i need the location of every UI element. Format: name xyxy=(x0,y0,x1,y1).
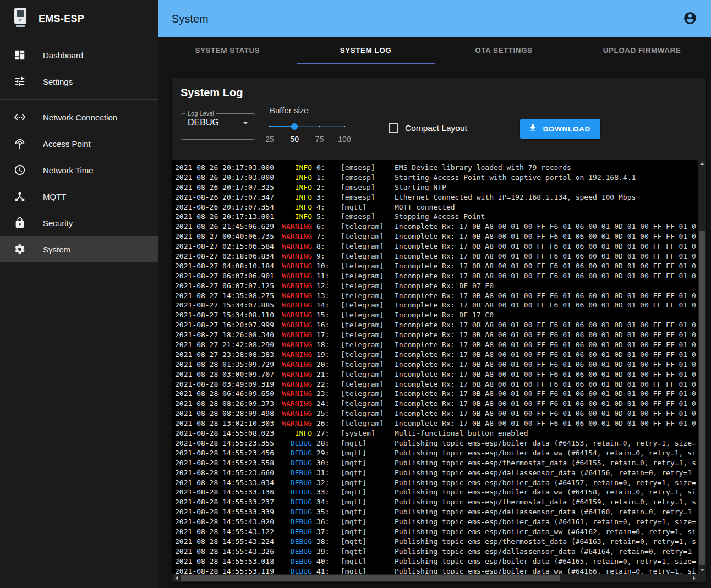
sidebar-item-label: Network Time xyxy=(43,166,94,175)
horizontal-scrollbar-thumb[interactable] xyxy=(181,575,560,581)
chevron-down-icon xyxy=(243,122,248,124)
download-label: DOWNLOAD xyxy=(543,125,590,133)
sidebar-nav: DashboardSettingsNetwork ConnectionAcces… xyxy=(0,37,158,262)
tab-system-status[interactable]: SYSTEM STATUS xyxy=(158,37,297,64)
log-entry: 2021-08-26 20:17:07.347INFO3:[emsesp]Eth… xyxy=(175,193,698,202)
log-entry: 2021-08-28 03:49:09.319WARNING22:[telegr… xyxy=(175,380,698,389)
slider-mark xyxy=(344,126,345,127)
buffer-size-control: Buffer size 255075100 xyxy=(270,106,353,145)
scroll-right-arrow-icon[interactable] xyxy=(690,574,698,582)
log-entry: 2021-08-28 06:46:09.650WARNING23:[telegr… xyxy=(175,389,698,399)
log-entry: 2021-08-28 14:55:43.020DEBUG36:[mqtt]Pub… xyxy=(175,517,698,527)
log-entry: 2021-08-27 02:18:06.834WARNING9:[telegra… xyxy=(175,251,698,261)
sidebar-item-system[interactable]: System xyxy=(0,236,158,262)
scrollbar-corner xyxy=(698,574,706,582)
log-entry: 2021-08-27 06:07:07.125WARNING12:[telegr… xyxy=(175,281,698,291)
slider-mark xyxy=(269,126,270,127)
slider-tick-label: 100 xyxy=(338,135,351,144)
log-entry: 2021-08-28 14:55:53.018DEBUG40:[mqtt]Pub… xyxy=(175,557,698,567)
vertical-scrollbar[interactable] xyxy=(698,160,706,574)
log-entry: 2021-08-28 14:55:43.122DEBUG37:[mqtt]Pub… xyxy=(175,527,698,537)
app-title: EMS-ESP xyxy=(39,13,84,25)
sidebar-divider xyxy=(0,99,158,100)
tab-ota-settings[interactable]: OTA SETTINGS xyxy=(435,37,573,64)
log-entry: 2021-08-28 01:35:09.729WARNING20:[telegr… xyxy=(175,360,698,370)
sidebar-item-label: Dashboard xyxy=(43,51,83,60)
vertical-scrollbar-thumb[interactable] xyxy=(699,231,705,565)
tune-icon xyxy=(13,75,26,88)
sidebar-item-network-connection[interactable]: Network Connection xyxy=(0,104,158,130)
slider-tick-label: 50 xyxy=(291,135,299,144)
sidebar-item-label: MQTT xyxy=(43,192,67,201)
gear-icon xyxy=(13,243,26,256)
panel-title: System Log xyxy=(181,86,706,99)
checkbox-icon xyxy=(389,123,398,133)
tab-upload-firmware[interactable]: UPLOAD FIRMWARE xyxy=(573,37,711,64)
device-hub-icon xyxy=(13,190,26,203)
sidebar-item-security[interactable]: Security xyxy=(0,210,158,236)
scroll-up-arrow-icon[interactable] xyxy=(698,160,706,167)
sidebar-item-dashboard[interactable]: Dashboard xyxy=(0,42,158,68)
log-entry: 2021-08-27 14:35:08.275WARNING13:[telegr… xyxy=(175,291,698,301)
log-entry: 2021-08-26 20:17:13.001INFO5:[emsesp]Sto… xyxy=(175,212,698,222)
log-entry: 2021-08-27 18:26:08.340WARNING17:[telegr… xyxy=(175,330,698,340)
compact-layout-checkbox[interactable]: Compact Layout xyxy=(389,123,467,133)
download-icon xyxy=(528,123,538,135)
slider-tick-labels: 255075100 xyxy=(270,135,344,145)
slider-mark xyxy=(319,126,320,127)
account-button[interactable] xyxy=(682,11,698,26)
log-entry: 2021-08-28 14:55:33.034DEBUG32:[mqtt]Pub… xyxy=(175,478,698,488)
lock-icon xyxy=(13,216,26,229)
compact-layout-label: Compact Layout xyxy=(405,123,467,133)
log-entry: 2021-08-28 14:55:33.237DEBUG34:[mqtt]Pub… xyxy=(175,497,698,507)
log-entry: 2021-08-28 14:55:43.224DEBUG38:[mqtt]Pub… xyxy=(175,537,698,547)
log-entry: 2021-08-28 08:28:09.498WARNING25:[telegr… xyxy=(175,409,698,419)
log-entry: 2021-08-28 14:55:08.023INFO27:[system]Mu… xyxy=(175,428,698,438)
log-entry: 2021-08-28 14:55:33.339DEBUG35:[mqtt]Pub… xyxy=(175,507,698,517)
log-entry: 2021-08-26 20:17:03.000INFO0:[emsesp]EMS… xyxy=(175,163,698,173)
log-entry: 2021-08-27 21:42:08.290WARNING18:[telegr… xyxy=(175,340,698,350)
log-console: 2021-08-26 20:17:03.000INFO0:[emsesp]EMS… xyxy=(172,160,698,574)
scroll-left-arrow-icon[interactable] xyxy=(172,574,181,582)
tab-system-log[interactable]: SYSTEM LOG xyxy=(297,37,435,64)
sidebar-header: EMS-ESP xyxy=(0,0,158,37)
sidebar-item-label: Security xyxy=(43,218,73,228)
horizontal-scrollbar[interactable] xyxy=(172,574,698,582)
log-level-label: Log Level xyxy=(185,110,216,117)
sidebar-item-access-point[interactable]: Access Point xyxy=(0,130,158,157)
log-console-area: 2021-08-26 20:17:03.000INFO0:[emsesp]EMS… xyxy=(172,160,706,582)
log-entry: 2021-08-26 20:17:07.354INFO4:[mqtt]MQTT … xyxy=(175,202,698,212)
log-entry: 2021-08-27 04:08:10.184WARNING10:[telegr… xyxy=(175,261,698,271)
log-level-value: DEBUG xyxy=(188,118,219,128)
buffer-size-label: Buffer size xyxy=(270,106,353,115)
log-level-select[interactable]: Log Level DEBUG xyxy=(181,110,255,140)
appbar: System xyxy=(158,0,711,37)
log-entry: 2021-08-28 14:55:23.558DEBUG30:[mqtt]Pub… xyxy=(175,458,698,468)
sidebar-item-label: System xyxy=(43,245,70,254)
log-entry: 2021-08-28 13:02:10.303WARNING26:[telegr… xyxy=(175,419,698,428)
sidebar-item-network-time[interactable]: Network Time xyxy=(0,157,158,183)
page-title: System xyxy=(172,13,209,25)
sidebar-item-label: Settings xyxy=(43,77,73,86)
buffer-size-slider[interactable] xyxy=(270,123,344,130)
log-entry: 2021-08-27 15:34:07.885WARNING14:[telegr… xyxy=(175,300,698,310)
emsesp-logo xyxy=(12,7,29,31)
account-circle-icon xyxy=(683,11,697,27)
log-entry: 2021-08-28 14:55:23.355DEBUG28:[mqtt]Pub… xyxy=(175,438,698,448)
log-entry: 2021-08-28 14:55:53.119DEBUG41:[mqtt]Pub… xyxy=(175,567,698,574)
sidebar: EMS-ESP DashboardSettingsNetwork Connect… xyxy=(0,0,158,588)
slider-tick-label: 25 xyxy=(265,135,274,144)
log-entry: 2021-08-27 16:20:07.999WARNING16:[telegr… xyxy=(175,320,698,330)
system-log-card: System Log Log Level DEBUG Buffer size 2… xyxy=(172,78,706,582)
log-entry: 2021-08-28 03:00:09.707WARNING21:[telegr… xyxy=(175,370,698,380)
slider-thumb[interactable] xyxy=(291,123,298,130)
scroll-down-arrow-icon[interactable] xyxy=(698,566,706,574)
log-entry: 2021-08-28 14:55:23.660DEBUG31:[mqtt]Pub… xyxy=(175,468,698,478)
sidebar-item-settings[interactable]: Settings xyxy=(0,68,158,95)
download-button[interactable]: DOWNLOAD xyxy=(520,119,600,139)
log-entry: 2021-08-26 21:45:06.629WARNING6:[telegra… xyxy=(175,222,698,232)
main-area: System SYSTEM STATUSSYSTEM LOGOTA SETTIN… xyxy=(158,0,711,588)
sidebar-item-mqtt[interactable]: MQTT xyxy=(0,183,158,210)
log-entry: 2021-08-28 14:55:33.136DEBUG33:[mqtt]Pub… xyxy=(175,487,698,497)
slider-tick-label: 75 xyxy=(315,135,324,144)
